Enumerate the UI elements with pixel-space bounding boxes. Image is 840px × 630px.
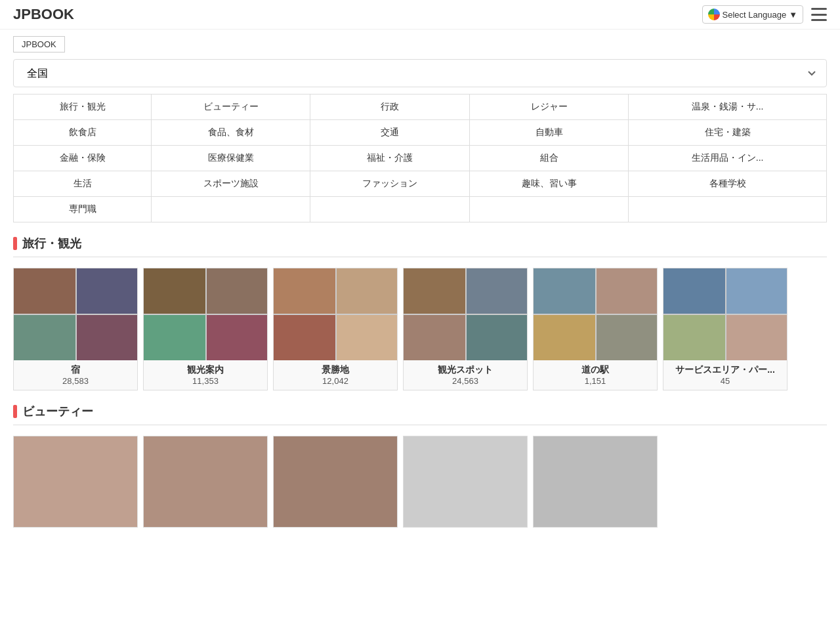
category-cell-0-3[interactable]: レジャー [469, 94, 628, 120]
travel-card-img-cell-5-1 [726, 268, 788, 314]
travel-card-img-cell-4-0 [534, 268, 595, 314]
travel-card-count-0: 28,583 [19, 376, 132, 386]
travel-card-img-cell-2-2 [274, 315, 335, 360]
travel-card-0[interactable]: 宿28,583 [13, 268, 138, 390]
category-cell-0-0[interactable]: 旅行・観光 [14, 94, 152, 120]
category-cell-3-2[interactable]: ファッション [310, 171, 469, 197]
nav-tab-jpbook[interactable]: JPBOOK [13, 36, 65, 52]
travel-card-5[interactable]: サービスエリア・パー...45 [663, 268, 788, 390]
travel-card-image-0 [14, 268, 138, 360]
category-cell-4-0[interactable]: 専門職 [14, 197, 152, 222]
travel-card-count-2: 12,042 [279, 376, 392, 386]
travel-card-info-0: 宿28,583 [14, 360, 137, 390]
category-cell-2-1[interactable]: 医療保健業 [152, 146, 310, 171]
travel-card-img-cell-5-3 [726, 315, 788, 360]
menu-icon[interactable] [811, 8, 827, 21]
section-travel: 旅行・観光 宿28,583観光案内11,353景勝地12,042観光スポット24… [13, 236, 827, 390]
travel-card-img-cell-0-2 [14, 315, 75, 360]
travel-card-2[interactable]: 景勝地12,042 [273, 268, 398, 390]
travel-card-4[interactable]: 道の駅1,151 [533, 268, 658, 390]
category-cell-0-2[interactable]: 行政 [310, 94, 469, 120]
section-divider-travel [13, 257, 827, 257]
beauty-card-4[interactable] [403, 436, 528, 528]
category-cell-4-1 [152, 197, 310, 222]
travel-card-count-1: 11,353 [149, 376, 262, 386]
beauty-card-3[interactable] [273, 436, 398, 528]
category-cell-2-0[interactable]: 金融・保険 [14, 146, 152, 171]
category-grid: 旅行・観光ビューティー行政レジャー温泉・銭湯・サ...飲食店食品、食材交通自動車… [13, 94, 827, 222]
section-divider-beauty [13, 425, 827, 425]
travel-card-name-4: 道の駅 [539, 364, 652, 376]
beauty-card-1[interactable] [13, 436, 138, 528]
travel-card-img-cell-1-2 [144, 315, 205, 360]
header-right: Select Language ▼ [702, 5, 827, 24]
category-cell-1-1[interactable]: 食品、食材 [152, 120, 310, 146]
travel-card-info-4: 道の駅1,151 [534, 360, 657, 390]
header: JPBOOK Select Language ▼ [0, 0, 840, 30]
travel-card-img-cell-3-3 [467, 315, 528, 360]
beauty-card-5[interactable] [533, 436, 658, 528]
travel-card-img-cell-0-0 [14, 268, 75, 314]
travel-card-img-cell-2-0 [274, 268, 335, 314]
travel-card-image-1 [144, 268, 268, 360]
category-tbody: 旅行・観光ビューティー行政レジャー温泉・銭湯・サ...飲食店食品、食材交通自動車… [14, 94, 827, 222]
travel-card-img-cell-3-0 [404, 268, 465, 314]
category-cell-3-1[interactable]: スポーツ施設 [152, 171, 310, 197]
travel-card-1[interactable]: 観光案内11,353 [143, 268, 268, 390]
travel-card-info-5: サービスエリア・パー...45 [663, 360, 787, 390]
region-selector-wrapper: 全国 北海道 東北 関東 中部 近畿 中国 四国 九州・沖縄 [13, 59, 827, 87]
category-cell-2-2[interactable]: 福祉・介護 [310, 146, 469, 171]
travel-card-img-cell-2-1 [337, 268, 398, 314]
category-cell-2-3[interactable]: 組合 [469, 146, 628, 171]
travel-card-image-4 [534, 268, 658, 360]
language-selector[interactable]: Select Language ▼ [702, 5, 803, 24]
travel-card-img-cell-4-2 [534, 315, 595, 360]
category-cell-2-4[interactable]: 生活用品・イン... [629, 146, 827, 171]
category-cell-4-4 [629, 197, 827, 222]
travel-card-img-cell-4-1 [597, 268, 658, 314]
category-cell-0-4[interactable]: 温泉・銭湯・サ... [629, 94, 827, 120]
beauty-card-2[interactable] [143, 436, 268, 528]
travel-card-info-3: 観光スポット24,563 [404, 360, 527, 390]
category-cell-3-0[interactable]: 生活 [14, 171, 152, 197]
travel-card-image-2 [274, 268, 398, 360]
travel-card-img-cell-5-2 [663, 315, 725, 360]
category-cell-4-2 [310, 197, 469, 222]
travel-card-count-4: 1,151 [539, 376, 652, 386]
category-cell-1-3[interactable]: 自動車 [469, 120, 628, 146]
category-cell-1-4[interactable]: 住宅・建築 [629, 120, 827, 146]
travel-card-img-cell-0-3 [77, 315, 138, 360]
travel-card-count-3: 24,563 [409, 376, 522, 386]
travel-card-img-cell-3-2 [404, 315, 465, 360]
category-cell-4-3 [469, 197, 628, 222]
travel-card-name-2: 景勝地 [279, 364, 392, 376]
travel-card-img-cell-1-1 [207, 268, 268, 314]
travel-card-name-1: 観光案内 [149, 364, 262, 376]
menu-line-3 [811, 19, 827, 21]
travel-card-3[interactable]: 観光スポット24,563 [403, 268, 528, 390]
travel-card-img-cell-3-1 [467, 268, 528, 314]
category-cell-0-1[interactable]: ビューティー [152, 94, 310, 120]
travel-card-name-3: 観光スポット [409, 364, 522, 376]
travel-card-img-cell-4-3 [597, 315, 658, 360]
menu-line-1 [811, 8, 827, 10]
beauty-cards-grid [13, 436, 827, 528]
region-select[interactable]: 全国 北海道 東北 関東 中部 近畿 中国 四国 九州・沖縄 [13, 59, 827, 87]
travel-card-img-cell-1-0 [144, 268, 205, 314]
google-icon [708, 9, 720, 20]
travel-card-info-1: 観光案内11,353 [144, 360, 267, 390]
category-cell-1-0[interactable]: 飲食店 [14, 120, 152, 146]
category-cell-3-4[interactable]: 各種学校 [629, 171, 827, 197]
travel-card-name-0: 宿 [19, 364, 132, 376]
travel-card-image-5 [663, 268, 788, 360]
category-cell-3-3[interactable]: 趣味、習い事 [469, 171, 628, 197]
travel-card-img-cell-1-3 [207, 315, 268, 360]
travel-card-image-3 [404, 268, 528, 360]
travel-card-name-5: サービスエリア・パー... [669, 364, 782, 376]
category-table: 旅行・観光ビューティー行政レジャー温泉・銭湯・サ...飲食店食品、食材交通自動車… [13, 94, 827, 222]
section-title-travel: 旅行・観光 [13, 236, 827, 251]
travel-card-count-5: 45 [669, 376, 782, 386]
menu-line-2 [811, 14, 827, 16]
category-cell-1-2[interactable]: 交通 [310, 120, 469, 146]
region-select-container: 全国 北海道 東北 関東 中部 近畿 中国 四国 九州・沖縄 [13, 59, 827, 87]
